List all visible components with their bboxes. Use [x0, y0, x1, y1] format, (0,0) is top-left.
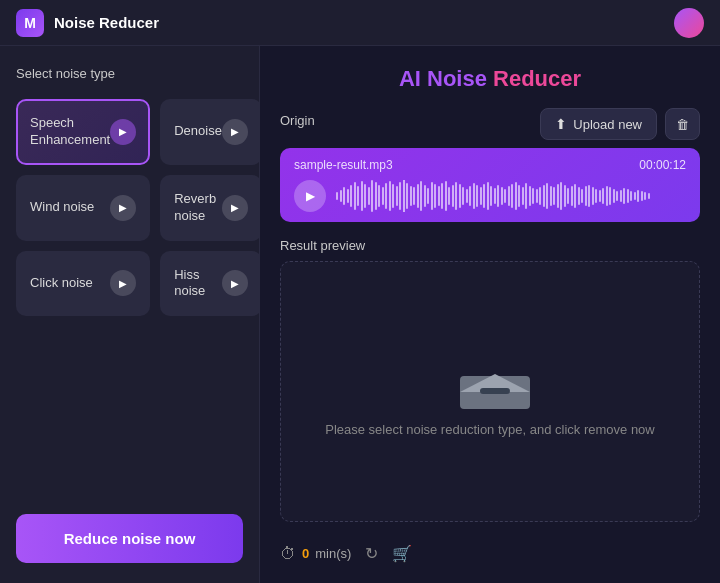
waveform — [336, 180, 686, 212]
sidebar-title: Select noise type — [16, 66, 243, 81]
noise-label: Speech Enhancement — [30, 115, 110, 149]
reduce-noise-button[interactable]: Reduce noise now — [16, 514, 243, 563]
time-value: 0 — [302, 546, 309, 561]
noise-item-hiss-noise[interactable]: Hiss noise ▶ — [160, 251, 262, 317]
audio-player: sample-result.mp3 00:00:12 ▶ — [280, 148, 700, 222]
clock-icon: ⏱ — [280, 545, 296, 563]
svg-rect-1 — [480, 388, 510, 394]
noise-item-wind-noise[interactable]: Wind noise ▶ — [16, 175, 150, 241]
audio-info: sample-result.mp3 00:00:12 — [294, 158, 686, 172]
titlebar: M Noise Reducer — [0, 0, 720, 46]
origin-label: Origin — [280, 113, 315, 128]
app-icon: M — [16, 9, 44, 37]
main-content: Select noise type Speech Enhancement ▶ D… — [0, 46, 720, 583]
noise-type-grid: Speech Enhancement ▶ Denoise ▶ Wind nois… — [16, 99, 243, 316]
result-placeholder-text: Please select noise reduction type, and … — [325, 422, 655, 437]
play-button[interactable]: ▶ — [110, 119, 136, 145]
result-section: Result preview Please select noise reduc… — [280, 238, 700, 522]
noise-label: Click noise — [30, 275, 93, 292]
right-panel: AI Noise Reducer Origin ⬆ Upload new 🗑 — [260, 46, 720, 583]
noise-label: Hiss noise — [174, 267, 222, 301]
sidebar: Select noise type Speech Enhancement ▶ D… — [0, 46, 260, 583]
delete-button[interactable]: 🗑 — [665, 108, 700, 140]
audio-controls: ▶ — [294, 180, 686, 212]
noise-label: Reverb noise — [174, 191, 222, 225]
upload-label: Upload new — [573, 117, 642, 132]
upload-icon: ⬆ — [555, 116, 567, 132]
play-button[interactable]: ▶ — [110, 270, 136, 296]
noise-label: Denoise — [174, 123, 222, 140]
result-preview-box: Please select noise reduction type, and … — [280, 261, 700, 522]
refresh-icon[interactable]: ↻ — [365, 544, 378, 563]
play-button[interactable]: ▶ — [222, 195, 248, 221]
origin-header: Origin ⬆ Upload new 🗑 — [280, 108, 700, 140]
file-name: sample-result.mp3 — [294, 158, 393, 172]
time-unit: min(s) — [315, 546, 351, 561]
page-title: AI Noise Reducer — [280, 66, 700, 92]
title-ai: AI Noise — [399, 66, 487, 91]
audio-play-button[interactable]: ▶ — [294, 180, 326, 212]
noise-label: Wind noise — [30, 199, 94, 216]
noise-item-reverb-noise[interactable]: Reverb noise ▶ — [160, 175, 262, 241]
trash-icon: 🗑 — [676, 117, 689, 132]
time-info: ⏱ 0 min(s) — [280, 545, 351, 563]
play-button[interactable]: ▶ — [222, 119, 248, 145]
noise-item-speech-enhancement[interactable]: Speech Enhancement ▶ — [16, 99, 150, 165]
origin-section: Origin ⬆ Upload new 🗑 sample-result.mp3 … — [280, 108, 700, 222]
user-avatar[interactable] — [674, 8, 704, 38]
app-title: Noise Reducer — [54, 14, 159, 31]
noise-item-denoise[interactable]: Denoise ▶ — [160, 99, 262, 165]
empty-state-icon — [455, 346, 525, 406]
noise-item-click-noise[interactable]: Click noise ▶ — [16, 251, 150, 317]
play-button[interactable]: ▶ — [110, 195, 136, 221]
duration: 00:00:12 — [639, 158, 686, 172]
play-button[interactable]: ▶ — [222, 270, 248, 296]
upload-new-button[interactable]: ⬆ Upload new — [540, 108, 657, 140]
cart-icon[interactable]: 🛒 — [392, 544, 412, 563]
result-label: Result preview — [280, 238, 700, 253]
bottom-bar: ⏱ 0 min(s) ↻ 🛒 — [280, 538, 700, 563]
title-reducer: Reducer — [493, 66, 581, 91]
